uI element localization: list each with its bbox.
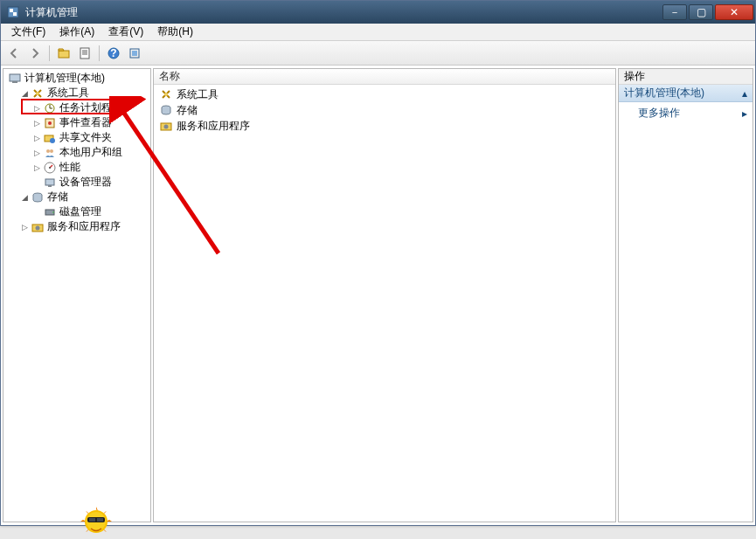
column-header-name[interactable]: 名称 [154,69,185,84]
list-item-label: 服务和应用程序 [177,119,250,134]
device-icon [43,176,57,190]
expand-icon[interactable]: ▷ [31,103,42,114]
action-item-label: 更多操作 [638,106,680,121]
disk-icon [43,205,57,219]
tree-item-label: 共享文件夹 [59,130,112,145]
menu-view[interactable]: 查看(V) [101,23,150,41]
expand-icon[interactable]: ▷ [31,148,42,158]
svg-rect-11 [132,51,137,56]
collapse-icon[interactable]: ◢ [19,88,30,99]
tree-panel[interactable]: 计算机管理(本地) ◢ 系统工具 [3,68,151,522]
help-icon[interactable]: ? [104,44,123,63]
folder-up-icon[interactable] [54,44,73,63]
list-item-system-tools[interactable]: 系统工具 [156,86,614,102]
svg-point-22 [46,149,50,153]
nav-back-icon[interactable] [4,44,24,63]
svg-point-14 [36,92,39,95]
properties-icon[interactable] [75,44,94,63]
services-icon [159,119,173,133]
window-frame: 计算机管理 － ▢ ✕ 文件(F) 操作(A) 查看(V) 帮助(H) ? [0,0,756,526]
content-header: 名称 [154,69,615,85]
svg-point-36 [164,125,169,129]
tree-item-shared-folders[interactable]: ▷ 共享文件夹 [30,130,149,145]
tree-item-label: 系统工具 [47,86,89,100]
users-icon [43,146,57,160]
content-list[interactable]: 系统工具 存储 服务和应用程序 [154,85,615,522]
list-item-label: 存储 [177,103,198,118]
tree-item-label: 存储 [47,190,68,204]
toolbar-separator [99,45,100,61]
menu-action[interactable]: 操作(A) [52,23,101,41]
toolbar-separator [49,45,50,61]
action-more[interactable]: 更多操作 ▸ [619,102,753,124]
actions-panel: 操作 计算机管理(本地) ▴ 更多操作 ▸ [618,68,753,522]
list-item-label: 系统工具 [177,87,218,102]
list-item-storage[interactable]: 存储 [156,102,614,118]
tree-node-system-tools: ◢ 系统工具 ▷ [17,86,149,190]
menubar: 文件(F) 操作(A) 查看(V) 帮助(H) [1,24,755,41]
clock-icon [43,101,57,115]
expand-icon[interactable]: ▷ [31,162,42,173]
tree-item-label: 计算机管理(本地) [24,71,105,86]
tree-root-container: 计算机管理(本地) ◢ 系统工具 [3,69,150,236]
svg-text:?: ? [110,47,116,59]
tree-item-label: 设备管理器 [59,175,112,190]
maximize-button[interactable]: ▢ [689,4,713,20]
window-controls: － ▢ ✕ [661,4,753,20]
storage-icon [31,190,45,204]
tree-item-task-scheduler[interactable]: ▷ 任务计划程序 [30,100,149,115]
expand-icon[interactable]: ▷ [19,222,30,232]
tree-item-performance[interactable]: ▷ 性能 [30,160,149,175]
collapse-triangle-icon: ▴ [742,87,747,100]
list-item-services[interactable]: 服务和应用程序 [156,118,614,134]
tree-children: ▷ 任务计划程序 ▷ [30,100,149,190]
app-icon [6,5,20,19]
tree-item-disk-management[interactable]: ▷ 磁盘管理 [30,204,149,219]
tree-item-storage[interactable]: ◢ 存储 [17,190,149,204]
tools-icon [31,86,45,100]
storage-icon [159,103,173,117]
svg-rect-3 [59,51,69,58]
tree-item-services[interactable]: ▷ 服务和应用程序 [17,219,149,234]
tree-node-storage: ◢ 存储 ▷ [17,190,149,219]
svg-point-23 [50,149,53,153]
refresh-icon[interactable] [125,44,144,63]
tree-item-local-users-groups[interactable]: ▷ 本地用户和组 [30,145,149,160]
svg-rect-4 [80,48,89,59]
tree-item-label: 磁盘管理 [59,204,101,219]
nav-forward-icon[interactable] [25,44,45,63]
tree-item-computer-management[interactable]: 计算机管理(本地) [5,71,149,86]
tree-item-system-tools[interactable]: ◢ 系统工具 [17,86,149,100]
tree-item-device-manager[interactable]: ▷ 设备管理器 [30,175,149,190]
window-title: 计算机管理 [25,5,661,20]
expand-icon[interactable]: ▷ [31,118,42,128]
svg-point-21 [50,138,55,143]
close-button[interactable]: ✕ [715,4,753,20]
performance-icon [43,161,57,175]
svg-rect-27 [48,185,52,187]
tree-root-node: 计算机管理(本地) ◢ 系统工具 [5,71,149,234]
titlebar: 计算机管理 － ▢ ✕ [1,1,755,24]
minimize-button[interactable]: － [662,4,687,20]
svg-rect-26 [45,179,54,185]
action-group-label: 计算机管理(本地) [624,86,704,100]
collapse-icon[interactable]: ◢ [19,192,30,203]
services-icon [31,220,45,234]
svg-point-30 [52,211,54,213]
tree-item-label: 任务计划程序 [59,100,122,115]
expand-icon[interactable]: ▷ [31,133,42,143]
tree-item-label: 性能 [59,160,80,175]
tree-item-label: 服务和应用程序 [47,219,121,234]
action-group-header[interactable]: 计算机管理(本地) ▴ [619,85,753,102]
menu-help[interactable]: 帮助(H) [150,23,200,41]
actions-panel-title: 操作 [619,69,753,85]
content-panel: 名称 系统工具 存储 [153,68,616,522]
svg-rect-12 [10,74,20,81]
main-area: 计算机管理(本地) ◢ 系统工具 [1,66,755,524]
tree-item-label: 事件查看器 [59,115,112,130]
tree-children: ◢ 系统工具 ▷ [17,86,149,234]
svg-point-33 [164,93,168,96]
tree-item-event-viewer[interactable]: ▷ 事件查看器 [30,115,149,130]
menu-file[interactable]: 文件(F) [4,23,52,41]
svg-point-32 [36,225,40,230]
